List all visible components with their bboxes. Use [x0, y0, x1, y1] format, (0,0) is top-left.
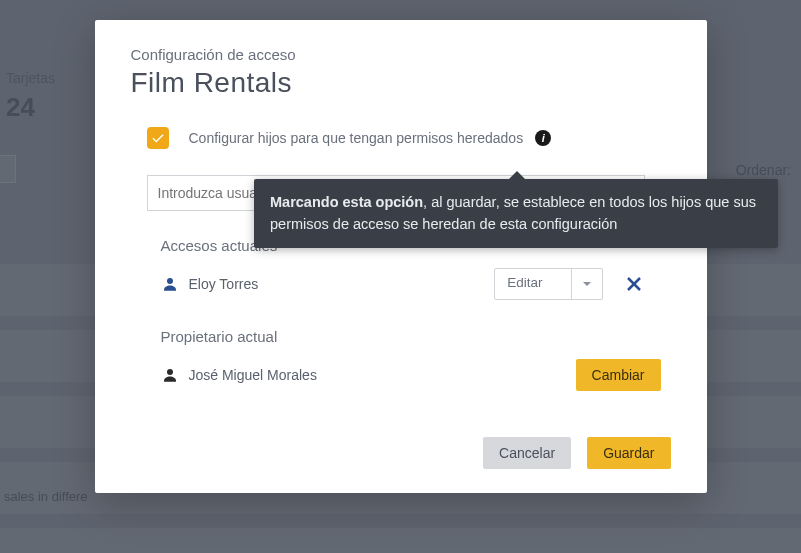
svg-point-1	[167, 278, 173, 284]
permission-select[interactable]: Editar	[494, 268, 602, 300]
current-owner-label: Propietario actual	[161, 328, 671, 345]
user-icon	[161, 366, 179, 384]
owner-row: José Miguel Morales Cambiar	[161, 359, 671, 391]
modal-subtitle: Configuración de acceso	[131, 46, 671, 63]
cancel-button[interactable]: Cancelar	[483, 437, 571, 469]
access-user-name: Eloy Torres	[189, 276, 259, 292]
tooltip-bold: Marcando esta opción	[270, 194, 423, 210]
modal-title: Film Rentals	[131, 67, 671, 99]
save-button[interactable]: Guardar	[587, 437, 670, 469]
access-user-row: Eloy Torres Editar	[161, 268, 671, 300]
svg-point-4	[167, 369, 173, 375]
chevron-down-icon	[572, 269, 602, 299]
inherit-permissions-row: Configurar hijos para que tengan permiso…	[131, 127, 671, 149]
inherit-permissions-label: Configurar hijos para que tengan permiso…	[189, 130, 524, 146]
change-owner-button[interactable]: Cambiar	[576, 359, 661, 391]
check-icon	[151, 131, 165, 145]
permission-select-value: Editar	[495, 269, 571, 299]
user-icon	[161, 275, 179, 293]
inherit-permissions-checkbox[interactable]	[147, 127, 169, 149]
modal-backdrop[interactable]: Configuración de acceso Film Rentals Con…	[0, 0, 801, 553]
close-icon	[625, 275, 643, 293]
remove-access-button[interactable]	[625, 275, 643, 293]
info-tooltip: Marcando esta opción, al guardar, se est…	[254, 179, 778, 248]
access-config-modal: Configuración de acceso Film Rentals Con…	[95, 20, 707, 493]
owner-user-name: José Miguel Morales	[189, 367, 317, 383]
modal-footer: Cancelar Guardar	[131, 437, 671, 469]
info-icon[interactable]: i	[535, 130, 551, 146]
